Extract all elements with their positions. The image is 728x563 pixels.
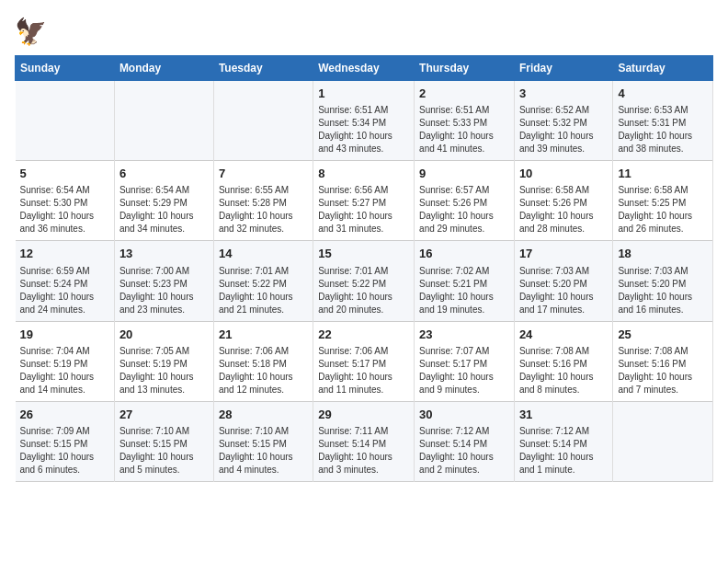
- day-number: 3: [519, 86, 608, 102]
- cell-daylight: Daylight: 10 hours and 1 minute.: [519, 451, 608, 477]
- cell-daylight: Daylight: 10 hours and 38 minutes.: [618, 130, 708, 155]
- day-number: 9: [419, 166, 509, 182]
- day-number: 20: [119, 327, 209, 343]
- calendar-cell: 9Sunrise: 6:57 AMSunset: 5:26 PMDaylight…: [415, 161, 515, 241]
- header-row: SundayMondayTuesdayWednesdayThursdayFrid…: [16, 56, 713, 81]
- cell-info: Sunrise: 6:53 AM: [618, 104, 708, 117]
- cell-info: Sunrise: 7:12 AM: [519, 425, 608, 438]
- calendar-week-row: 19Sunrise: 7:04 AMSunset: 5:19 PMDayligh…: [16, 321, 713, 401]
- calendar-cell: 7Sunrise: 6:55 AMSunset: 5:28 PMDaylight…: [213, 161, 313, 241]
- calendar-week-row: 12Sunrise: 6:59 AMSunset: 5:24 PMDayligh…: [16, 241, 713, 321]
- calendar-cell: 1Sunrise: 6:51 AMSunset: 5:34 PMDaylight…: [313, 81, 415, 161]
- cell-sunset: Sunset: 5:31 PM: [618, 117, 708, 130]
- day-number: 12: [20, 246, 109, 262]
- calendar-cell: 30Sunrise: 7:12 AMSunset: 5:14 PMDayligh…: [415, 401, 515, 481]
- calendar-cell: [213, 81, 313, 161]
- calendar-week-row: 5Sunrise: 6:54 AMSunset: 5:30 PMDaylight…: [16, 161, 713, 241]
- day-number: 30: [419, 407, 509, 423]
- cell-daylight: Daylight: 10 hours and 4 minutes.: [219, 451, 308, 477]
- cell-info: Sunrise: 6:51 AM: [318, 104, 409, 117]
- cell-sunset: Sunset: 5:21 PM: [419, 278, 509, 291]
- day-number: 19: [20, 327, 109, 343]
- calendar-cell: 11Sunrise: 6:58 AMSunset: 5:25 PMDayligh…: [613, 161, 713, 241]
- cell-daylight: Daylight: 10 hours and 5 minutes.: [119, 451, 209, 477]
- cell-info: Sunrise: 7:08 AM: [519, 345, 608, 358]
- calendar-cell: 16Sunrise: 7:02 AMSunset: 5:21 PMDayligh…: [415, 241, 515, 321]
- calendar-table: SundayMondayTuesdayWednesdayThursdayFrid…: [15, 55, 713, 482]
- cell-daylight: Daylight: 10 hours and 16 minutes.: [618, 291, 708, 316]
- cell-daylight: Daylight: 10 hours and 12 minutes.: [219, 371, 308, 396]
- cell-daylight: Daylight: 10 hours and 7 minutes.: [618, 371, 708, 396]
- cell-info: Sunrise: 6:56 AM: [318, 184, 409, 197]
- cell-daylight: Daylight: 10 hours and 34 minutes.: [119, 210, 209, 236]
- calendar-cell: 29Sunrise: 7:11 AMSunset: 5:14 PMDayligh…: [313, 401, 415, 481]
- cell-sunset: Sunset: 5:22 PM: [318, 278, 409, 291]
- cell-info: Sunrise: 7:06 AM: [318, 345, 409, 358]
- day-number: 14: [219, 246, 308, 262]
- day-number: 17: [519, 246, 608, 262]
- cell-daylight: Daylight: 10 hours and 39 minutes.: [519, 130, 608, 155]
- header-wednesday: Wednesday: [313, 56, 415, 81]
- cell-info: Sunrise: 7:10 AM: [119, 425, 209, 438]
- day-number: 26: [20, 407, 109, 423]
- cell-info: Sunrise: 7:09 AM: [20, 425, 109, 438]
- calendar-cell: 8Sunrise: 6:56 AMSunset: 5:27 PMDaylight…: [313, 161, 415, 241]
- cell-daylight: Daylight: 10 hours and 14 minutes.: [20, 371, 109, 396]
- cell-sunset: Sunset: 5:24 PM: [20, 278, 109, 291]
- header-tuesday: Tuesday: [213, 56, 313, 81]
- day-number: 15: [318, 246, 409, 262]
- day-number: 13: [119, 246, 209, 262]
- calendar-cell: 13Sunrise: 7:00 AMSunset: 5:23 PMDayligh…: [114, 241, 213, 321]
- cell-sunset: Sunset: 5:14 PM: [519, 438, 608, 451]
- day-number: 11: [618, 166, 708, 182]
- cell-sunset: Sunset: 5:25 PM: [618, 197, 708, 210]
- cell-daylight: Daylight: 10 hours and 13 minutes.: [119, 371, 209, 396]
- cell-sunset: Sunset: 5:26 PM: [419, 197, 509, 210]
- cell-info: Sunrise: 6:59 AM: [20, 265, 109, 278]
- cell-sunset: Sunset: 5:32 PM: [519, 117, 608, 130]
- cell-sunset: Sunset: 5:19 PM: [119, 358, 209, 371]
- day-number: 1: [318, 86, 409, 102]
- day-number: 8: [318, 166, 409, 182]
- calendar-cell: 28Sunrise: 7:10 AMSunset: 5:15 PMDayligh…: [213, 401, 313, 481]
- calendar-cell: 19Sunrise: 7:04 AMSunset: 5:19 PMDayligh…: [16, 321, 115, 401]
- calendar-cell: 12Sunrise: 6:59 AMSunset: 5:24 PMDayligh…: [16, 241, 115, 321]
- day-number: 6: [119, 166, 209, 182]
- cell-daylight: Daylight: 10 hours and 3 minutes.: [318, 451, 409, 477]
- cell-info: Sunrise: 6:57 AM: [419, 184, 509, 197]
- calendar-cell: 14Sunrise: 7:01 AMSunset: 5:22 PMDayligh…: [213, 241, 313, 321]
- cell-info: Sunrise: 6:55 AM: [219, 184, 308, 197]
- calendar-cell: 21Sunrise: 7:06 AMSunset: 5:18 PMDayligh…: [213, 321, 313, 401]
- cell-daylight: Daylight: 10 hours and 31 minutes.: [318, 210, 409, 236]
- calendar-cell: 25Sunrise: 7:08 AMSunset: 5:16 PMDayligh…: [613, 321, 713, 401]
- day-number: 23: [419, 327, 509, 343]
- calendar-cell: 4Sunrise: 6:53 AMSunset: 5:31 PMDaylight…: [613, 81, 713, 161]
- header-monday: Monday: [114, 56, 213, 81]
- cell-sunset: Sunset: 5:19 PM: [20, 358, 109, 371]
- cell-daylight: Daylight: 10 hours and 26 minutes.: [618, 210, 708, 236]
- day-number: 24: [519, 327, 608, 343]
- calendar-week-row: 26Sunrise: 7:09 AMSunset: 5:15 PMDayligh…: [16, 401, 713, 481]
- calendar-cell: [16, 81, 115, 161]
- calendar-cell: 31Sunrise: 7:12 AMSunset: 5:14 PMDayligh…: [514, 401, 612, 481]
- cell-info: Sunrise: 7:01 AM: [318, 265, 409, 278]
- day-number: 22: [318, 327, 409, 343]
- calendar-cell: 27Sunrise: 7:10 AMSunset: 5:15 PMDayligh…: [114, 401, 213, 481]
- cell-daylight: Daylight: 10 hours and 28 minutes.: [519, 210, 608, 236]
- cell-sunset: Sunset: 5:33 PM: [419, 117, 509, 130]
- calendar-cell: 3Sunrise: 6:52 AMSunset: 5:32 PMDaylight…: [514, 81, 612, 161]
- cell-sunset: Sunset: 5:16 PM: [618, 358, 708, 371]
- header-saturday: Saturday: [613, 56, 713, 81]
- calendar-cell: 23Sunrise: 7:07 AMSunset: 5:17 PMDayligh…: [415, 321, 515, 401]
- cell-daylight: Daylight: 10 hours and 41 minutes.: [419, 130, 509, 155]
- day-number: 16: [419, 246, 509, 262]
- cell-info: Sunrise: 6:54 AM: [20, 184, 109, 197]
- svg-text:🦅: 🦅: [15, 17, 47, 47]
- calendar-cell: 6Sunrise: 6:54 AMSunset: 5:29 PMDaylight…: [114, 161, 213, 241]
- cell-info: Sunrise: 7:00 AM: [119, 265, 209, 278]
- cell-daylight: Daylight: 10 hours and 9 minutes.: [419, 371, 509, 396]
- cell-info: Sunrise: 7:07 AM: [419, 345, 509, 358]
- cell-sunset: Sunset: 5:27 PM: [318, 197, 409, 210]
- day-number: 18: [618, 246, 708, 262]
- calendar-cell: 24Sunrise: 7:08 AMSunset: 5:16 PMDayligh…: [514, 321, 612, 401]
